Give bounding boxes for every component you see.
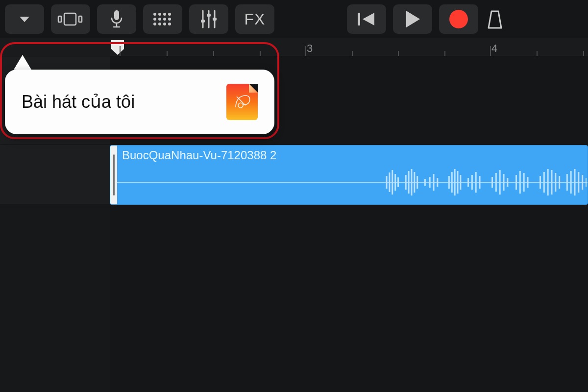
svg-rect-43 (454, 169, 456, 196)
svg-rect-44 (457, 171, 459, 194)
svg-rect-50 (491, 177, 493, 188)
microphone-button[interactable] (97, 4, 136, 34)
svg-rect-63 (555, 173, 556, 192)
svg-rect-58 (527, 177, 529, 188)
svg-rect-47 (471, 175, 473, 190)
svg-point-13 (168, 18, 171, 21)
svg-rect-22 (207, 14, 211, 17)
svg-rect-23 (213, 18, 217, 21)
svg-rect-68 (578, 172, 579, 193)
svg-point-9 (168, 13, 171, 16)
metronome-icon[interactable] (485, 4, 505, 34)
svg-rect-27 (386, 176, 388, 189)
svg-rect-57 (523, 173, 525, 192)
svg-rect-54 (507, 178, 508, 187)
popover-title: Bài hát của tôi (22, 92, 135, 112)
svg-rect-55 (515, 175, 517, 190)
ruler-marker-3: 3 (307, 42, 313, 55)
svg-rect-60 (543, 172, 545, 193)
svg-rect-33 (408, 171, 410, 194)
fx-button[interactable]: FX (235, 4, 274, 34)
svg-point-10 (153, 18, 156, 21)
svg-rect-37 (424, 179, 426, 186)
svg-rect-49 (479, 176, 481, 189)
svg-point-17 (168, 23, 171, 25)
grid-keyboard-button[interactable] (143, 4, 182, 34)
svg-rect-69 (582, 175, 583, 190)
tracks-empty-area (0, 204, 588, 392)
svg-rect-64 (559, 176, 560, 189)
svg-rect-52 (499, 170, 501, 195)
svg-rect-3 (114, 10, 119, 20)
svg-rect-42 (451, 172, 453, 193)
svg-rect-70 (586, 178, 587, 187)
svg-rect-34 (411, 169, 413, 196)
my-songs-popover[interactable]: Bài hát của tôi (5, 70, 274, 134)
record-button[interactable] (439, 4, 478, 34)
svg-rect-46 (467, 178, 469, 187)
svg-rect-62 (551, 170, 553, 195)
svg-point-7 (158, 13, 161, 16)
svg-rect-40 (437, 178, 438, 187)
popover-arrow (14, 55, 31, 70)
svg-rect-0 (58, 16, 61, 22)
svg-rect-21 (201, 20, 205, 23)
svg-rect-24 (358, 13, 360, 25)
svg-rect-61 (547, 169, 549, 196)
svg-point-12 (163, 18, 166, 21)
svg-rect-65 (566, 174, 568, 191)
garageband-file-icon (226, 84, 258, 120)
svg-rect-67 (574, 169, 576, 196)
svg-point-16 (163, 23, 166, 25)
track-row-audio[interactable]: BuocQuaNhau-Vu-7120388 2 (0, 145, 588, 204)
svg-rect-28 (389, 172, 390, 192)
svg-rect-32 (405, 175, 407, 190)
tracks-view-button[interactable] (51, 4, 90, 34)
mixer-sliders-button[interactable] (189, 4, 228, 34)
svg-point-15 (158, 23, 161, 25)
svg-rect-2 (79, 16, 82, 22)
svg-rect-66 (570, 171, 572, 194)
svg-rect-39 (433, 174, 435, 191)
svg-point-11 (158, 18, 161, 21)
toolbar: FX (0, 0, 588, 38)
my-songs-popover-highlight: Bài hát của tôi (0, 42, 279, 139)
svg-rect-38 (429, 177, 431, 188)
svg-rect-1 (64, 13, 76, 25)
audio-region[interactable]: BuocQuaNhau-Vu-7120388 2 (110, 145, 588, 205)
play-button[interactable] (393, 4, 432, 34)
svg-rect-53 (503, 174, 505, 191)
svg-point-14 (153, 23, 156, 25)
svg-rect-41 (448, 176, 450, 189)
waveform (117, 165, 588, 199)
region-trim-handle[interactable] (110, 146, 117, 204)
svg-rect-29 (392, 170, 393, 195)
ruler-marker-4: 4 (491, 42, 497, 55)
svg-rect-35 (414, 172, 415, 193)
svg-rect-45 (460, 175, 461, 190)
svg-rect-31 (397, 177, 399, 187)
svg-rect-59 (539, 176, 541, 189)
svg-point-71 (238, 103, 243, 108)
svg-rect-36 (416, 176, 418, 189)
dropdown-button[interactable] (5, 4, 44, 34)
svg-point-8 (163, 13, 166, 16)
svg-rect-30 (394, 174, 396, 191)
svg-rect-51 (495, 173, 497, 192)
svg-point-25 (449, 10, 468, 28)
svg-point-6 (153, 13, 156, 16)
svg-rect-48 (475, 172, 477, 193)
region-label: BuocQuaNhau-Vu-7120388 2 (122, 148, 276, 162)
rewind-button[interactable] (347, 4, 386, 34)
svg-line-72 (237, 97, 245, 105)
svg-rect-56 (519, 171, 521, 194)
